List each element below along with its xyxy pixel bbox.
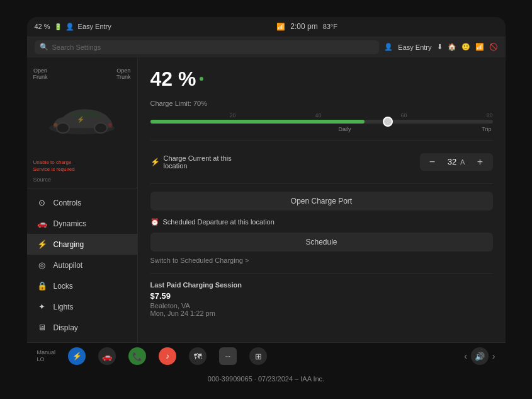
- bluetooth-taskbar-icon[interactable]: ⚡: [68, 347, 86, 365]
- last-session-datetime: Mon, Jun 24 1:22 pm: [150, 309, 493, 317]
- controls-icon: ⊙: [37, 198, 47, 207]
- autopilot-label: Autopilot: [54, 261, 83, 270]
- status-bar: 42 % 🔋 👤 Easy Entry 📶 2:00 pm 83°F: [27, 17, 506, 37]
- person-icon: 👤: [65, 23, 74, 31]
- slider-thumb[interactable]: [383, 117, 393, 127]
- scheduled-departure-label: Scheduled Departure at this location: [163, 218, 274, 226]
- divider-2: [150, 183, 493, 184]
- car-visual: ⚡: [27, 81, 137, 156]
- autopilot-icon: ◎: [37, 260, 47, 270]
- display-label: Display: [54, 323, 78, 332]
- slider-labels: Daily Trip: [150, 126, 493, 132]
- manual-label: Manual: [37, 349, 56, 356]
- marker-40-val: 40: [315, 112, 321, 119]
- map-icon-taskbar[interactable]: 🗺: [189, 347, 207, 365]
- marker-80-val: 80: [486, 112, 492, 119]
- sidebar-item-locks[interactable]: 🔒 Locks: [27, 275, 137, 296]
- nav-next-btn[interactable]: ›: [492, 351, 495, 361]
- svg-point-2: [94, 123, 107, 133]
- search-icon: 🔍: [40, 43, 48, 51]
- mute-icon: 🚫: [489, 43, 498, 51]
- search-bar: 🔍 Search Settings 👤 Easy Entry ⬇ 🏠 🙂 📶 🚫: [27, 37, 506, 57]
- download-icon: ⬇: [437, 43, 443, 51]
- search-placeholder-text: Search Settings: [52, 43, 101, 51]
- lo-label: LO: [37, 356, 56, 363]
- dynamics-icon: 🚗: [37, 219, 47, 228]
- divider-3: [150, 273, 493, 274]
- taskbar: Manual LO ⚡ 🚗 📞 ♪ 🗺 ··· ⊞ ‹ 🔊 ›: [27, 342, 506, 370]
- open-frunk-btn[interactable]: OpenFrunk: [33, 67, 48, 81]
- unable-charge-status: Unable to charge Service is required: [27, 156, 137, 175]
- sidebar-item-display[interactable]: 🖥 Display: [27, 317, 137, 338]
- last-session-title: Last Paid Charging Session: [150, 281, 493, 289]
- phone-icon-taskbar[interactable]: 📞: [128, 347, 146, 365]
- daily-label: Daily: [339, 126, 351, 132]
- open-charge-port-btn[interactable]: Open Charge Port: [150, 192, 493, 211]
- locks-icon: 🔒: [37, 281, 47, 291]
- charging-content: 42 % Charge Limit: 70% 20 40 60 80: [137, 57, 506, 342]
- last-session-amount: $7.59: [150, 291, 493, 301]
- slider-fill: [150, 120, 365, 124]
- bluetooth-icon: 📶: [475, 43, 484, 51]
- status-easy-entry: Easy Entry: [78, 23, 111, 30]
- sidebar: OpenFrunk OpenTrunk ⚡: [27, 57, 137, 342]
- sidebar-item-trips[interactable]: 📊 Trips: [27, 338, 137, 342]
- person-icon-2: 🙂: [461, 43, 470, 51]
- controls-label: Controls: [54, 199, 82, 207]
- lights-icon: ✦: [37, 302, 47, 311]
- screen-inner: OpenFrunk OpenTrunk ⚡: [27, 57, 506, 342]
- sidebar-item-charging[interactable]: ⚡ Charging: [27, 234, 137, 255]
- source-label: Source: [27, 175, 137, 184]
- divider-1: [150, 140, 493, 141]
- volume-icon-taskbar[interactable]: 🔊: [471, 347, 489, 365]
- dynamics-label: Dynamics: [54, 219, 87, 228]
- battery-level: 42 %: [35, 23, 50, 30]
- charge-current-label: ⚡ Charge Current at this location: [150, 154, 232, 170]
- charge-current-control: − 32 A +: [420, 153, 493, 171]
- switch-to-scheduled-link[interactable]: Switch to Scheduled Charging >: [150, 257, 493, 264]
- svg-text:⚡: ⚡: [77, 115, 85, 124]
- open-trunk-btn[interactable]: OpenTrunk: [116, 67, 131, 81]
- grid-icon-taskbar[interactable]: ⊞: [249, 347, 267, 365]
- increase-current-btn[interactable]: +: [474, 156, 487, 168]
- unable-charge-text: Unable to charge: [33, 159, 131, 166]
- sidebar-item-dynamics[interactable]: 🚗 Dynamics: [27, 213, 137, 234]
- search-input-area[interactable]: 🔍 Search Settings: [35, 40, 380, 54]
- charge-current-text: Charge Current at this location: [164, 154, 232, 170]
- slider-track: [150, 120, 493, 124]
- trip-label: Trip: [482, 126, 491, 132]
- nav-prev-btn[interactable]: ‹: [464, 351, 467, 361]
- charge-percentage-display: 42 %: [150, 67, 493, 91]
- marker-20-val: 20: [229, 112, 235, 119]
- clock-icon: ⏰: [150, 218, 159, 226]
- decrease-current-btn[interactable]: −: [426, 156, 439, 168]
- charge-dot-indicator: [200, 77, 203, 81]
- scheduled-departure-row: ⏰ Scheduled Departure at this location: [150, 218, 493, 226]
- bolt-icon: ⚡: [150, 158, 160, 166]
- sidebar-item-autopilot[interactable]: ◎ Autopilot: [27, 255, 137, 275]
- more-apps-btn[interactable]: ···: [219, 347, 237, 365]
- sidebar-item-controls[interactable]: ⊙ Controls: [27, 192, 137, 213]
- battery-icon: 🔋: [54, 23, 62, 30]
- schedule-btn[interactable]: Schedule: [150, 233, 493, 252]
- charge-limit-slider[interactable]: Daily Trip: [150, 120, 493, 132]
- car-icon-taskbar[interactable]: 🚗: [98, 347, 116, 365]
- lights-label: Lights: [54, 303, 74, 311]
- svg-point-1: [57, 123, 69, 133]
- current-amps: 32: [448, 157, 456, 166]
- music-icon-taskbar[interactable]: ♪: [159, 347, 176, 365]
- status-time: 2:00 pm: [290, 22, 317, 31]
- current-value-display: 32 A: [445, 157, 468, 166]
- locks-label: Locks: [54, 282, 73, 291]
- charging-icon: ⚡: [37, 240, 47, 249]
- bottom-label: 000-39909065 · 07/23/2024 – IAA Inc.: [208, 375, 324, 383]
- status-left: 42 % 🔋 👤 Easy Entry: [35, 23, 111, 31]
- svg-point-4: [108, 123, 112, 127]
- manual-lo-display: Manual LO: [37, 349, 56, 363]
- signal-icon: 📶: [276, 23, 285, 31]
- bluetooth-symbol: ⚡: [72, 352, 82, 361]
- outer-frame: 42 % 🔋 👤 Easy Entry 📶 2:00 pm 83°F 🔍 Sea…: [0, 0, 532, 399]
- person-icon-header: 👤: [384, 43, 393, 51]
- sidebar-item-lights[interactable]: ✦ Lights: [27, 296, 137, 317]
- display-icon: 🖥: [37, 323, 47, 332]
